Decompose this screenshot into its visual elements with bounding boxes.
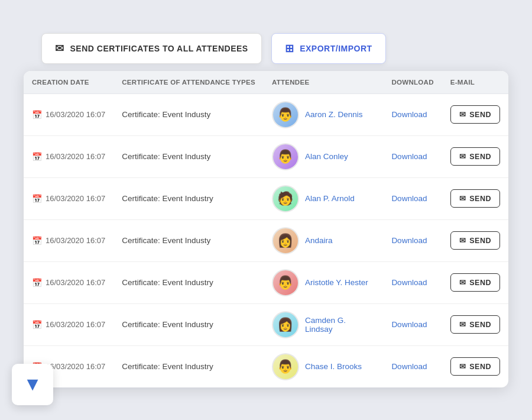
export-import-label: EXPORT/IMPORT [300,44,372,53]
date-cell-3: 📅 16/03/2020 16:07 [24,219,113,261]
table-header-row: CREATION DATE CERTIFICATE OF ATTENDANCE … [24,71,508,94]
download-link[interactable]: Download [391,236,427,245]
certificate-cell-5: Certificate: Event Industry [113,303,264,345]
date-cell-4: 📅 16/03/2020 16:07 [24,261,113,303]
date-value: 16/03/2020 16:07 [46,194,105,203]
table-row: 📅 16/03/2020 16:07 Certificate: Event In… [24,219,508,261]
date-value: 16/03/2020 16:07 [46,362,105,371]
send-label: SEND [469,111,491,119]
attendee-name-link[interactable]: Camden G. Lindsay [305,316,375,334]
send-button[interactable]: ✉ SEND [450,231,500,250]
table-row: 📅 16/03/2020 16:07 Certificate: Event In… [24,345,508,387]
certificate-type: Certificate: Event Industy [122,110,210,119]
certificate-cell-2: Certificate: Event Industry [113,177,264,219]
certificate-cell-4: Certificate: Event Industry [113,261,264,303]
envelope-small-icon: ✉ [459,236,466,245]
send-button[interactable]: ✉ SEND [450,105,500,124]
avatar: 👩 [272,227,299,254]
attendee-name-link[interactable]: Alan P. Arnold [305,194,355,203]
download-cell-5: Download [383,303,442,345]
col-email: E-MAIL [442,71,508,94]
table-row: 📅 16/03/2020 16:07 Certificate: Event In… [24,261,508,303]
calendar-icon: 📅 [32,152,42,161]
avatar-emoji: 👨 [277,149,293,164]
calendar-icon: 📅 [32,194,42,203]
date-value: 16/03/2020 16:07 [46,278,105,287]
col-download: DOWNLOAD [383,71,442,94]
attendee-name-link[interactable]: Aristotle Y. Hester [305,278,368,287]
send-cell-6: ✉ SEND [442,345,508,387]
envelope-small-icon: ✉ [459,110,466,119]
download-cell-1: Download [383,135,442,177]
download-link[interactable]: Download [391,362,427,371]
certificate-cell-0: Certificate: Event Industy [113,93,264,135]
send-certificates-label: SEND CERTIFICATES TO ALL ATTENDEES [70,44,248,53]
envelope-small-icon: ✉ [459,152,466,161]
envelope-small-icon: ✉ [459,362,466,371]
certificate-type: Certificate: Event Industy [122,152,210,161]
attendee-cell-3: 👩 Andaira [264,219,383,261]
avatar: 👨 [272,269,299,296]
avatar: 👩 [272,311,299,338]
filter-icon: ▼ [23,373,42,395]
certificate-type: Certificate: Event Industry [122,194,213,203]
table-wrapper: CREATION DATE CERTIFICATE OF ATTENDANCE … [24,71,508,387]
envelope-icon: ✉ [55,42,64,55]
avatar-emoji: 👩 [277,233,293,248]
top-action-bar: ✉ SEND CERTIFICATES TO ALL ATTENDEES ⊞ E… [41,33,508,64]
date-cell-2: 📅 16/03/2020 16:07 [24,177,113,219]
avatar-emoji: 👨 [277,107,293,122]
col-creation-date: CREATION DATE [24,71,113,94]
main-card: CREATION DATE CERTIFICATE OF ATTENDANCE … [24,71,508,387]
calendar-icon: 📅 [32,278,42,287]
avatar-emoji: 👨 [277,275,293,290]
envelope-small-icon: ✉ [459,194,466,203]
certificate-cell-3: Certificate: Event Industy [113,219,264,261]
certificate-type: Certificate: Event Industy [122,236,210,245]
send-cell-4: ✉ SEND [442,261,508,303]
download-link[interactable]: Download [391,320,427,329]
download-link[interactable]: Download [391,110,427,119]
send-cell-2: ✉ SEND [442,177,508,219]
date-value: 16/03/2020 16:07 [46,320,105,329]
download-link[interactable]: Download [391,194,427,203]
certificate-type: Certificate: Event Industry [122,320,213,329]
send-button[interactable]: ✉ SEND [450,357,500,376]
export-import-button[interactable]: ⊞ EXPORT/IMPORT [271,33,386,64]
send-label: SEND [469,321,491,329]
send-cell-3: ✉ SEND [442,219,508,261]
send-label: SEND [469,195,491,203]
attendee-cell-4: 👨 Aristotle Y. Hester [264,261,383,303]
send-button[interactable]: ✉ SEND [450,315,500,334]
date-value: 16/03/2020 16:07 [46,152,105,161]
download-link[interactable]: Download [391,278,427,287]
certificate-type: Certificate: Event Industry [122,362,213,371]
date-cell-5: 📅 16/03/2020 16:07 [24,303,113,345]
download-link[interactable]: Download [391,152,427,161]
date-value: 16/03/2020 16:07 [46,236,105,245]
send-button[interactable]: ✉ SEND [450,189,500,208]
download-cell-2: Download [383,177,442,219]
date-cell-0: 📅 16/03/2020 16:07 [24,93,113,135]
send-certificates-button[interactable]: ✉ SEND CERTIFICATES TO ALL ATTENDEES [41,33,262,64]
send-button[interactable]: ✉ SEND [450,147,500,166]
avatar-emoji: 👩 [277,317,293,332]
envelope-small-icon: ✉ [459,320,466,329]
attendee-name-link[interactable]: Aaron Z. Dennis [305,110,363,119]
filter-badge[interactable]: ▼ [12,364,53,405]
send-button[interactable]: ✉ SEND [450,273,500,292]
download-cell-6: Download [383,345,442,387]
col-attendee: ATTENDEE [264,71,383,94]
table-row: 📅 16/03/2020 16:07 Certificate: Event In… [24,303,508,345]
attendee-cell-5: 👩 Camden G. Lindsay [264,303,383,345]
attendee-name-link[interactable]: Andaira [305,236,333,245]
send-label: SEND [469,279,491,287]
certificate-cell-6: Certificate: Event Industry [113,345,264,387]
envelope-small-icon: ✉ [459,278,466,287]
avatar: 👨 [272,353,299,380]
send-label: SEND [469,237,491,245]
attendee-name-link[interactable]: Alan Conley [305,152,348,161]
send-cell-1: ✉ SEND [442,135,508,177]
attendee-name-link[interactable]: Chase I. Brooks [305,362,362,371]
avatar-emoji: 🧑 [277,191,293,206]
